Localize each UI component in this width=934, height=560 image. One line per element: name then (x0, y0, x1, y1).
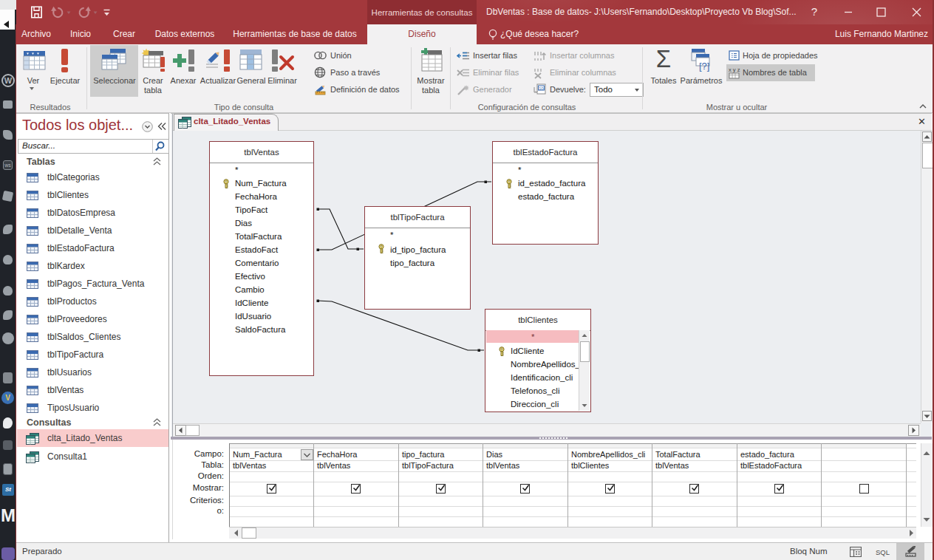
svg-text:10: 10 (539, 86, 544, 91)
svg-text:[?]: [?] (699, 61, 709, 72)
svg-text:x y z: x y z (729, 66, 740, 73)
